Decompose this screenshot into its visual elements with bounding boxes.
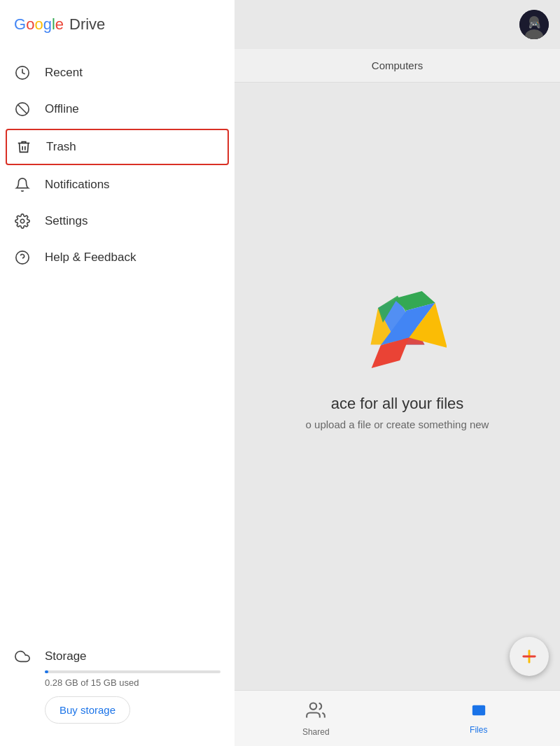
logo-g2: g <box>43 15 52 33</box>
fab-button[interactable] <box>510 637 549 676</box>
content-subtitle: o upload a file or create something new <box>306 418 489 430</box>
offline-icon <box>14 101 31 118</box>
plus-icon <box>519 647 539 666</box>
logo-g: G <box>14 15 26 33</box>
svg-text:🎮: 🎮 <box>528 19 541 31</box>
buy-storage-button[interactable]: Buy storage <box>45 696 130 724</box>
sidebar-menu: Recent Offline <box>0 49 234 634</box>
bottom-nav-shared-label: Shared <box>302 727 330 737</box>
sidebar-item-offline[interactable]: Offline <box>0 91 234 127</box>
storage-bar: 0.28 GB of 15 GB used Buy storage <box>45 670 220 724</box>
help-icon <box>14 249 31 266</box>
drive-logo <box>349 287 447 378</box>
sidebar-item-settings[interactable]: Settings <box>0 203 234 239</box>
sidebar-item-notifications[interactable]: Notifications <box>0 167 234 203</box>
sidebar-item-settings-label: Settings <box>45 214 88 228</box>
sidebar-item-help[interactable]: Help & Feedback <box>0 239 234 276</box>
bottom-nav: Shared Files <box>234 690 560 746</box>
bottom-nav-files[interactable]: Files <box>398 703 561 735</box>
cloud-icon <box>14 648 31 665</box>
sidebar-item-recent-label: Recent <box>45 66 83 80</box>
sidebar-item-help-label: Help & Feedback <box>45 251 136 265</box>
storage-used-text: 0.28 GB of 15 GB used <box>45 677 220 688</box>
storage-header: Storage <box>14 640 220 670</box>
tabs-bar: Computers <box>234 49 560 83</box>
logo-o1: o <box>26 15 34 33</box>
bottom-nav-shared[interactable]: Shared <box>234 701 398 737</box>
sidebar-item-trash[interactable]: Trash <box>6 129 229 165</box>
tab-computers[interactable]: Computers <box>355 54 440 77</box>
svg-point-4 <box>16 251 29 264</box>
top-bar: 🎮 <box>234 0 560 49</box>
files-icon <box>469 703 489 722</box>
content-title: ace for all your files <box>331 395 464 413</box>
logo-o2: o <box>34 15 43 33</box>
bottom-nav-files-label: Files <box>470 725 487 735</box>
svg-point-11 <box>310 703 316 709</box>
sidebar: Google Drive Recent Offli <box>0 0 234 746</box>
storage-bar-track <box>45 670 220 673</box>
sidebar-item-trash-label: Trash <box>46 140 76 154</box>
bell-icon <box>14 176 31 193</box>
main-content: 🎮 Computers <box>234 0 560 746</box>
svg-point-3 <box>20 219 24 223</box>
app-logo: Google Drive <box>14 15 105 34</box>
shared-icon <box>306 701 326 724</box>
logo-e: e <box>55 15 64 33</box>
content-area: ace for all your files o upload a file o… <box>234 83 560 690</box>
gear-icon <box>14 213 31 230</box>
storage-section: Storage 0.28 GB of 15 GB used Buy storag… <box>0 634 234 746</box>
sidebar-item-recent[interactable]: Recent <box>0 55 234 91</box>
svg-line-2 <box>18 105 27 114</box>
sidebar-item-offline-label: Offline <box>45 102 79 116</box>
storage-bar-fill <box>45 670 48 673</box>
clock-icon <box>14 64 31 81</box>
avatar[interactable]: 🎮 <box>519 10 549 39</box>
trash-icon <box>15 139 32 155</box>
sidebar-item-notifications-label: Notifications <box>45 178 110 192</box>
app-header: Google Drive <box>0 0 234 49</box>
storage-label: Storage <box>45 649 87 663</box>
logo-drive-text: Drive <box>69 15 105 34</box>
svg-rect-12 <box>472 705 485 715</box>
